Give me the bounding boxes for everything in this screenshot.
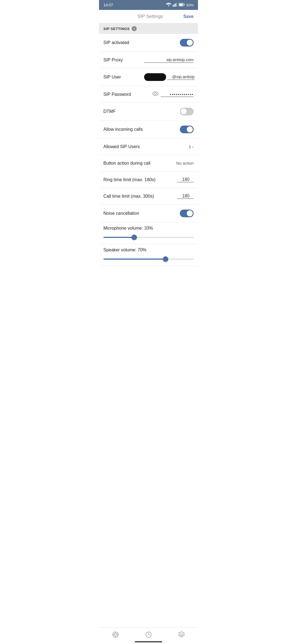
- speaker-volume-label: Speaker volume: 70%: [103, 248, 194, 252]
- sip-user-label: SIP User: [103, 75, 121, 80]
- dtmf-label: DTMF: [103, 109, 116, 114]
- ring-time-limit-row: Ring time limit (max. 180s): [99, 172, 198, 188]
- signal-icon: [173, 3, 177, 7]
- call-time-limit-label: Call time limit (max. 300s): [103, 194, 154, 199]
- sip-activated-toggle[interactable]: [180, 39, 194, 47]
- svg-rect-0: [173, 5, 174, 7]
- svg-rect-1: [174, 4, 175, 7]
- microphone-volume-slider[interactable]: [103, 237, 194, 238]
- status-icons: 83%: [166, 3, 194, 7]
- button-action-row: Button action during call No action: [99, 155, 198, 172]
- microphone-volume-label: Microphone volume: 33%: [103, 226, 194, 231]
- app-bar: SIP Settings Save: [99, 10, 198, 23]
- noise-cancellation-toggle[interactable]: [180, 210, 194, 217]
- info-icon[interactable]: i: [132, 26, 137, 31]
- sip-proxy-input[interactable]: [144, 57, 194, 63]
- allowed-sip-users-chevron: ›: [192, 144, 194, 149]
- speaker-volume-row: Speaker volume: 70%: [99, 244, 198, 266]
- allowed-sip-users-label: Allowed SIP Users: [103, 144, 140, 149]
- sip-user-input[interactable]: [167, 74, 195, 80]
- svg-point-8: [155, 93, 156, 94]
- svg-rect-3: [176, 3, 177, 7]
- battery-percent: 83%: [186, 3, 194, 7]
- allow-incoming-calls-label: Allow incoming calls: [103, 127, 143, 132]
- battery-icon: [179, 3, 185, 7]
- sip-password-field-group: [152, 91, 194, 97]
- sip-password-row: SIP Password: [99, 86, 198, 103]
- svg-point-7: [153, 92, 158, 96]
- section-header-label: SIP SETTINGS: [103, 27, 130, 31]
- button-action-label: Button action during call: [103, 161, 150, 166]
- ring-time-limit-label: Ring time limit (max. 180s): [103, 177, 155, 182]
- allowed-sip-users-row[interactable]: Allowed SIP Users 1 ›: [99, 138, 198, 155]
- svg-rect-2: [175, 3, 176, 7]
- allowed-sip-users-value: 1 ›: [189, 144, 194, 149]
- status-time: 14:07: [103, 3, 113, 7]
- allow-incoming-calls-toggle[interactable]: [180, 126, 194, 133]
- status-bar: 14:07 83%: [99, 0, 198, 10]
- speaker-volume-slider[interactable]: [103, 259, 194, 260]
- sip-proxy-row: SIP Proxy: [99, 52, 198, 68]
- svg-rect-5: [179, 4, 183, 6]
- noise-cancellation-row: Noise cancellation: [99, 205, 198, 222]
- sip-activated-row: SIP activated: [99, 34, 198, 52]
- allow-incoming-calls-row: Allow incoming calls: [99, 121, 198, 138]
- dtmf-toggle[interactable]: [180, 108, 194, 115]
- sip-password-label: SIP Password: [103, 92, 131, 97]
- section-header: SIP SETTINGS i: [99, 23, 198, 34]
- password-toggle-icon[interactable]: [152, 91, 158, 97]
- button-action-value: No action: [176, 161, 194, 165]
- noise-cancellation-label: Noise cancellation: [103, 211, 139, 216]
- wifi-icon: [166, 3, 171, 7]
- sip-activated-label: SIP activated: [103, 40, 129, 45]
- ring-time-limit-input[interactable]: [177, 177, 194, 182]
- dtmf-row: DTMF: [99, 103, 198, 121]
- save-button[interactable]: Save: [183, 14, 194, 19]
- microphone-volume-row: Microphone volume: 33%: [99, 222, 198, 244]
- call-time-limit-input[interactable]: [177, 194, 194, 199]
- settings-list: SIP activated SIP Proxy SIP User SIP Pas…: [99, 34, 198, 266]
- call-time-limit-row: Call time limit (max. 300s): [99, 188, 198, 205]
- sip-proxy-label: SIP Proxy: [103, 58, 123, 63]
- app-bar-title: SIP Settings: [117, 14, 183, 19]
- sip-password-input[interactable]: [161, 92, 194, 97]
- svg-rect-6: [184, 4, 185, 5]
- sip-user-row: SIP User: [99, 68, 198, 86]
